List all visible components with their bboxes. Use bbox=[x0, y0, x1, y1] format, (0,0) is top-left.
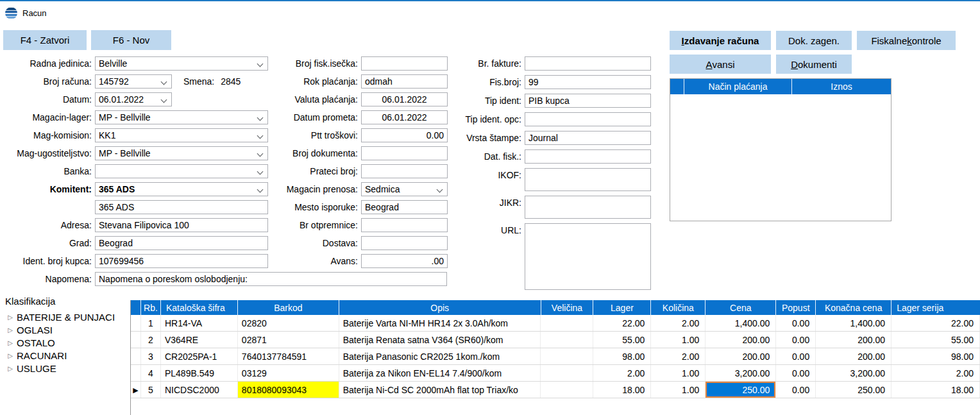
cell-opis[interactable]: Baterija Renata satna V364 (SR60)/kom bbox=[339, 332, 541, 348]
cell-konacna[interactable]: 1,400.00 bbox=[816, 315, 891, 331]
dat-fisk-input[interactable] bbox=[525, 149, 651, 164]
cell-sifra[interactable]: CR2025PA-1 bbox=[161, 348, 238, 364]
jikr-input[interactable] bbox=[525, 196, 651, 219]
cell-sifra[interactable]: PL489B.549 bbox=[161, 365, 238, 381]
cell-popust[interactable]: 0.00 bbox=[776, 332, 816, 348]
cell-barkod[interactable]: 02871 bbox=[238, 332, 339, 348]
cell-lager[interactable]: 98.00 bbox=[593, 348, 651, 364]
datum-prometa-input[interactable]: 06.01.2022 bbox=[361, 110, 448, 124]
cell-cena[interactable]: 200.00 bbox=[705, 332, 776, 348]
cell-velicina[interactable] bbox=[541, 332, 593, 348]
banka-select[interactable] bbox=[95, 164, 268, 178]
dok-za-gen-button[interactable]: Dok. za gen. bbox=[776, 31, 852, 50]
cell-opis[interactable]: Baterija Ni-Cd SC 2000mAh flat top Triax… bbox=[339, 382, 541, 398]
fiskalne-kontrole-button[interactable]: Fiskalne kontrole bbox=[857, 31, 956, 50]
cell-barkod[interactable]: 02820 bbox=[238, 315, 339, 331]
cell-popust[interactable]: 0.00 bbox=[776, 348, 816, 364]
br-fakture-input[interactable] bbox=[525, 56, 651, 71]
broj-dokumenta-input[interactable] bbox=[361, 146, 448, 160]
avansi-button[interactable]: Avansi bbox=[670, 55, 771, 74]
cell-kolicina[interactable]: 1.00 bbox=[651, 332, 705, 348]
cell-lager[interactable]: 18.00 bbox=[593, 382, 651, 398]
cell-sifra[interactable]: HR14-VA bbox=[161, 315, 238, 331]
cell-popust[interactable]: 0.00 bbox=[776, 382, 816, 398]
classification-item[interactable]: ▷OSTALO bbox=[5, 336, 127, 349]
cell-sifra[interactable]: NICDSC2000 bbox=[161, 382, 238, 398]
izdavanje-racuna-button[interactable]: Izdavanje računa bbox=[670, 31, 771, 50]
cell-cena[interactable]: 3,200.00 bbox=[705, 365, 776, 381]
expand-triangle-icon[interactable]: ▷ bbox=[5, 314, 15, 321]
expand-triangle-icon[interactable]: ▷ bbox=[5, 326, 15, 334]
expand-triangle-icon[interactable]: ▷ bbox=[5, 339, 15, 346]
expand-triangle-icon[interactable]: ▷ bbox=[5, 352, 15, 359]
broj-fisk-isecka-input[interactable] bbox=[361, 56, 448, 71]
f6-nov-button[interactable]: F6 - Nov bbox=[91, 30, 171, 50]
ptt-troskovi-input[interactable]: 0.00 bbox=[361, 128, 448, 142]
classification-item[interactable]: ▷BATERIJE & PUNJACI bbox=[5, 310, 127, 323]
cell-lager_serija[interactable]: 22.00 bbox=[891, 315, 980, 331]
classification-item[interactable]: ▷USLUGE bbox=[5, 362, 127, 375]
magacin-lager-select[interactable]: MP - Bellville bbox=[95, 110, 268, 124]
dostava-input[interactable] bbox=[361, 236, 448, 250]
cell-konacna[interactable]: 250.00 bbox=[816, 382, 891, 398]
classification-item[interactable]: ▷RACUNARI bbox=[5, 349, 127, 362]
cell-lager[interactable]: 22.00 bbox=[593, 315, 651, 331]
cell-lager_serija[interactable]: 55.00 bbox=[891, 332, 980, 348]
expand-triangle-icon[interactable]: ▷ bbox=[5, 365, 15, 372]
cell-barkod[interactable]: 03129 bbox=[238, 365, 339, 381]
cell-rb[interactable]: 3 bbox=[141, 348, 161, 364]
cell-opis[interactable]: Baterija Panasonic CR2025 1kom./kom bbox=[339, 348, 541, 364]
vrsta-stampe-input[interactable]: Journal bbox=[525, 131, 651, 145]
cell-konacna[interactable]: 3,200.00 bbox=[816, 365, 891, 381]
cell-velicina[interactable] bbox=[541, 365, 593, 381]
cell-rb[interactable]: 4 bbox=[141, 365, 161, 381]
grad-input[interactable]: Beograd bbox=[95, 236, 268, 250]
cell-sifra[interactable]: V364RE bbox=[161, 332, 238, 348]
mag-komision-select[interactable]: KK1 bbox=[95, 128, 268, 142]
cell-lager_serija[interactable]: 2.00 bbox=[891, 365, 980, 381]
radna-jedinica-select[interactable]: Belville bbox=[95, 56, 268, 71]
f4-zatvori-button[interactable]: F4 - Zatvori bbox=[3, 30, 87, 50]
tip-ident-input[interactable]: PIB kupca bbox=[525, 94, 651, 108]
cell-opis[interactable]: Baterije Varta NI-MH HR14 2x 3.0Ah/kom bbox=[339, 315, 541, 331]
active-row-marker[interactable]: ▶ bbox=[131, 382, 141, 398]
cell-velicina[interactable] bbox=[541, 348, 593, 364]
row-selector-cell[interactable] bbox=[131, 332, 141, 348]
prateci-broj-input[interactable] bbox=[361, 164, 448, 178]
cell-cena[interactable]: 1,400.00 bbox=[705, 315, 776, 331]
cell-popust[interactable]: 0.00 bbox=[776, 315, 816, 331]
cell-cena[interactable]: 250.00 bbox=[705, 382, 776, 398]
row-selector-cell[interactable] bbox=[131, 365, 141, 381]
cell-velicina[interactable] bbox=[541, 315, 593, 331]
avans-input[interactable]: .00 bbox=[361, 254, 448, 268]
mag-ugostiteljstvo-select[interactable]: MP - Bellville bbox=[95, 146, 268, 160]
url-input[interactable] bbox=[525, 223, 651, 290]
adresa-input[interactable]: Stevana Filipovica 100 bbox=[95, 218, 268, 232]
broj-racuna-select[interactable]: 145792 bbox=[95, 74, 172, 89]
mesto-isporuke-input[interactable]: Beograd bbox=[361, 200, 448, 214]
cell-rb[interactable]: 1 bbox=[141, 315, 161, 331]
fis-broj-input[interactable]: 99 bbox=[525, 75, 651, 89]
cell-kolicina[interactable]: 2.00 bbox=[651, 315, 705, 331]
cell-lager_serija[interactable]: 18.00 bbox=[891, 382, 980, 398]
ident-broj-kupca-input[interactable]: 107699456 bbox=[95, 254, 268, 268]
cell-rb[interactable]: 5 bbox=[141, 382, 161, 398]
cell-kolicina[interactable]: 2.00 bbox=[651, 348, 705, 364]
cell-barkod[interactable]: 7640137784591 bbox=[238, 348, 339, 364]
cell-kolicina[interactable]: 1.00 bbox=[651, 382, 705, 398]
row-selector-cell[interactable] bbox=[131, 315, 141, 331]
cell-konacna[interactable]: 200.00 bbox=[816, 332, 891, 348]
cell-lager[interactable]: 55.00 bbox=[593, 332, 651, 348]
valuta-placanja-input[interactable]: 06.01.2022 bbox=[361, 92, 448, 106]
cell-velicina[interactable] bbox=[541, 382, 593, 398]
cell-rb[interactable]: 2 bbox=[141, 332, 161, 348]
tip-ident-opc-input[interactable] bbox=[525, 112, 651, 126]
cell-cena[interactable]: 200.00 bbox=[705, 348, 776, 364]
cell-barkod[interactable]: 8018080093043 bbox=[238, 382, 339, 398]
datum-select[interactable]: 06.01.2022 bbox=[95, 92, 172, 106]
dokumenti-button[interactable]: Dokumenti bbox=[776, 55, 852, 74]
cell-lager[interactable]: 2.00 bbox=[593, 365, 651, 381]
row-selector-cell[interactable] bbox=[131, 348, 141, 364]
cell-opis[interactable]: Baterija za Nikon EN-EL14 7.4/900/kom bbox=[339, 365, 541, 381]
classification-item[interactable]: ▷OGLASI bbox=[5, 323, 127, 336]
